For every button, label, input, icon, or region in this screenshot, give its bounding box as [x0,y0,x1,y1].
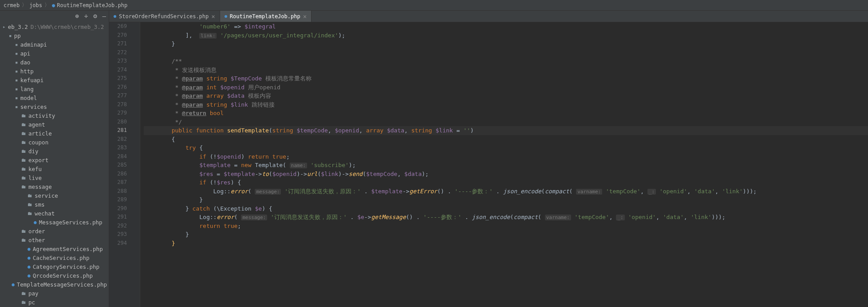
tree-item-export[interactable]: 🖿export [0,155,109,164]
line-number[interactable]: 279 [109,109,127,118]
code-line[interactable]: { [144,135,868,144]
code-line[interactable]: 'number6' => $integral [144,22,868,31]
code-line[interactable]: $template = new Template( name: 'subscri… [144,161,868,170]
code-line[interactable]: } [144,239,868,248]
target-icon[interactable]: ⊕ [75,12,79,20]
breadcrumb-part[interactable]: crmeb [4,2,20,8]
code-line[interactable]: if (!$res) { [144,178,868,187]
code-line[interactable]: } [144,195,868,204]
code-line[interactable]: */ [144,118,868,127]
tree-item-messageservices-php[interactable]: ●MessageServices.php [0,218,109,227]
tree-item-services[interactable]: ▪services [0,102,109,111]
line-number[interactable]: 290 [109,204,127,213]
line-number[interactable]: 286 [109,170,127,179]
tree-item-adminapi[interactable]: ▪adminapi [0,40,109,49]
line-number[interactable]: 284 [109,152,127,161]
line-number[interactable]: 275 [109,74,127,83]
code-line[interactable]: try { [144,144,868,152]
tree-item-pay[interactable]: 🖿pay [0,289,109,298]
line-number[interactable]: 293 [109,230,127,239]
code-line[interactable] [144,48,868,57]
line-number[interactable]: 294 [109,239,127,248]
code-line[interactable]: $res = $template->to($openid)->url($link… [144,170,868,179]
tree-item-pc[interactable]: 🖿pc [0,298,109,307]
gear-icon[interactable]: ⚙ [93,12,97,20]
line-number[interactable]: 278 [109,100,127,109]
tree-item-pp[interactable]: ▪pp [0,31,109,40]
code-line[interactable]: } catch (\Exception $e) { [144,204,868,213]
line-number[interactable]: 280 [109,118,127,127]
code-line[interactable]: ], link: '/pages/users/user_integral/ind… [144,31,868,40]
tree-item-label: sms [35,201,45,208]
tree-item-cacheservices-php[interactable]: ●CacheServices.php [0,253,109,262]
hide-icon[interactable]: — [103,12,106,20]
line-number[interactable]: 269 [109,22,127,31]
line-number[interactable]: 283 [109,144,127,152]
tab-label: RoutineTemplateJob.php [230,13,300,20]
tree-item-live[interactable]: 🖿live [0,173,109,182]
tree-item-qrcodeservices-php[interactable]: ●QrcodeServices.php [0,271,109,280]
tree-item-article[interactable]: 🖿article [0,129,109,138]
code-line[interactable]: Log::error( message: '订阅消息发送失败，原因：' . $t… [144,187,868,196]
tree-item-dao[interactable]: ▪dao [0,58,109,67]
tree-item-wechat[interactable]: 🖿wechat [0,209,109,218]
tree-item-agreementservices-php[interactable]: ●AgreementServices.php [0,244,109,253]
code-line[interactable]: * @param array $data 模板内容 [144,92,868,100]
line-number[interactable]: 285 [109,161,127,170]
code-line[interactable]: } [144,40,868,48]
tree-item-sms[interactable]: 🖿sms [0,200,109,209]
line-number[interactable]: 291 [109,213,127,222]
line-number[interactable]: 292 [109,222,127,231]
tree-item-kefu[interactable]: 🖿kefu [0,164,109,173]
tree-item-activity[interactable]: 🖿activity [0,111,109,120]
code-line[interactable]: * 发送模板消息 [144,66,868,75]
breadcrumb-part[interactable]: jobs [29,2,42,8]
tree-item-eb-3-2[interactable]: ▸eb_3.2D:\WWW\crmeb\crmeb_3.2 [0,22,109,31]
line-number[interactable]: 289 [109,195,127,204]
code-line[interactable]: * @param string $link 跳转链接 [144,100,868,109]
code-line[interactable]: if (!$openid) return true; [144,152,868,161]
line-number[interactable]: 277 [109,92,127,100]
tree-item-diy[interactable]: 🖿diy [0,147,109,155]
code-line[interactable]: } [144,230,868,239]
tree-item-model[interactable]: ▪model [0,93,109,102]
code-line[interactable]: * @param string $TempCode 模板消息常量名称 [144,74,868,83]
tree-item-categoryservices-php[interactable]: ●CategoryServices.php [0,262,109,271]
tree-item-templatemessageservices-php[interactable]: ●TemplateMessageServices.php [0,280,109,289]
code-line[interactable]: public function sendTemplate(string $tem… [144,126,868,135]
code-line[interactable]: * @return bool [144,109,868,118]
divide-icon[interactable]: ÷ [84,12,88,20]
code-line[interactable]: /** [144,57,868,66]
code-line[interactable]: * @param int $openid 用户openid [144,83,868,92]
tree-item-other[interactable]: 🖿other [0,235,109,244]
tree-item-order[interactable]: 🖿order [0,227,109,235]
line-number[interactable]: 272 [109,48,127,57]
tree-item-coupon[interactable]: 🖿coupon [0,138,109,147]
line-number[interactable]: 281 [109,126,127,135]
tab-routinetemplatejob-php[interactable]: RoutineTemplateJob.php× [220,11,312,22]
tree-item-http[interactable]: ▪http [0,67,109,76]
tree-item-service[interactable]: 🖿service [0,191,109,200]
line-number[interactable]: 287 [109,178,127,187]
code-line[interactable]: return true; [144,222,868,231]
breadcrumb-file[interactable]: RoutineTemplateJob.php [57,2,127,8]
close-icon[interactable]: × [211,13,215,20]
tab-storeorderrefundservices-php[interactable]: StoreOrderRefundServices.php× [109,11,220,22]
code-content[interactable]: 'number6' => $integral ], link: '/pages/… [140,22,868,307]
line-number[interactable]: 271 [109,40,127,48]
tree-item-message[interactable]: 🖿message [0,182,109,191]
project-tree[interactable]: ▸eb_3.2D:\WWW\crmeb\crmeb_3.2▪pp▪adminap… [0,21,109,307]
tree-item-lang[interactable]: ▪lang [0,84,109,93]
tree-item-api[interactable]: ▪api [0,49,109,58]
line-number[interactable]: 273 [109,57,127,66]
line-number[interactable]: 282 [109,135,127,144]
close-icon[interactable]: × [303,13,307,20]
tree-item-agent[interactable]: 🖿agent [0,120,109,129]
line-number[interactable]: 274 [109,66,127,75]
line-number[interactable]: 276 [109,83,127,92]
code-line[interactable]: Log::error( message: '订阅消息发送失败，原因：' . $e… [144,213,868,222]
line-number[interactable]: 270 [109,31,127,40]
tree-item-kefuapi[interactable]: ▪kefuapi [0,76,109,84]
fold-column[interactable] [135,22,140,307]
line-number[interactable]: 288 [109,187,127,196]
